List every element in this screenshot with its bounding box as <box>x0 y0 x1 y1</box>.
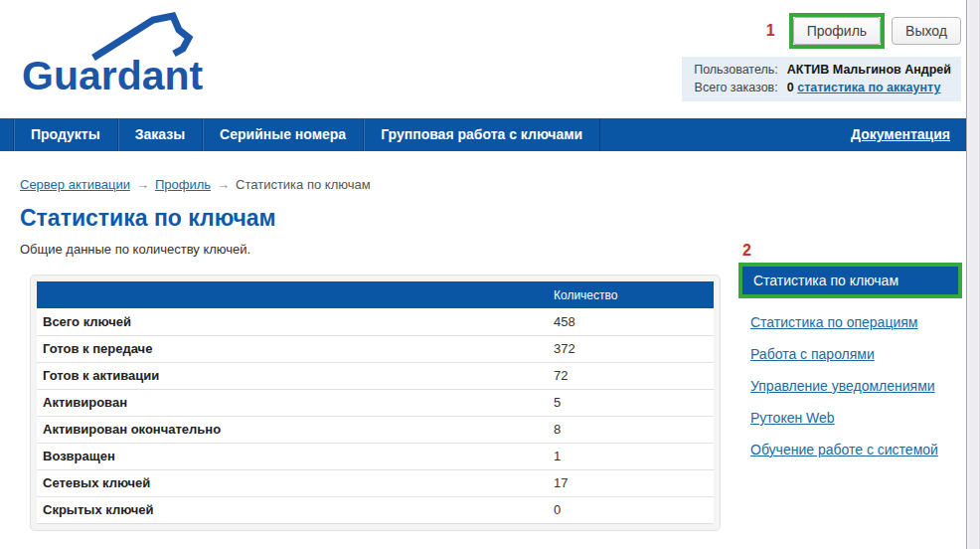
table-row: Возвращен 1 <box>37 443 714 469</box>
profile-button[interactable]: Профиль <box>793 17 881 45</box>
table-row: Готов к передаче 372 <box>37 335 714 362</box>
quantity-header-cell: Количество <box>547 281 714 308</box>
sidebar-item-training[interactable]: Обучение работе с системой <box>750 442 962 458</box>
table-row: Готов к активации 72 <box>37 362 714 389</box>
row-value: 1 <box>547 443 714 469</box>
guardant-logo: Guardant <box>14 4 238 101</box>
row-label: Сетевых ключей <box>37 469 547 496</box>
table-row: Активирован 5 <box>37 389 714 416</box>
row-label: Активирован окончательно <box>37 416 547 443</box>
breadcrumb-arrow-icon: → <box>136 177 149 192</box>
breadcrumb-activation-server[interactable]: Сервер активации <box>20 177 130 192</box>
row-label: Готов к передаче <box>37 335 547 362</box>
account-stats-link[interactable]: статистика по аккаунту <box>797 81 940 94</box>
logout-button[interactable]: Выход <box>892 17 961 45</box>
user-label: Пользователь: <box>694 63 778 77</box>
table-row: Сетевых ключей 17 <box>37 469 714 496</box>
nav-item-products[interactable]: Продукты <box>13 118 117 151</box>
content: Guardant 1 Профиль Выход Пользователь: А… <box>0 0 966 549</box>
table-row: Всего ключей 458 <box>37 308 714 335</box>
sidebar: 2 Статистика по ключам Статистика по опе… <box>738 242 962 458</box>
breadcrumb-arrow-icon: → <box>217 177 230 192</box>
sidebar-item-passwords[interactable]: Работа с паролями <box>750 346 962 362</box>
account-buttons: 1 Профиль Выход <box>766 13 961 49</box>
header: Guardant 1 Профиль Выход Пользователь: А… <box>0 0 966 118</box>
nav-item-orders[interactable]: Заказы <box>117 118 202 151</box>
row-label: Возвращен <box>37 443 547 469</box>
breadcrumb-current: Статистика по ключам <box>236 177 371 192</box>
row-label: Скрытых ключей <box>37 496 547 523</box>
user-info-box: Пользователь: АКТИВ Мальгинов Андрей Все… <box>682 57 961 101</box>
sidebar-item-operation-statistics[interactable]: Статистика по операциям <box>750 314 962 330</box>
user-value: АКТИВ Мальгинов Андрей <box>787 63 951 77</box>
scrollbar-thumb[interactable] <box>969 0 978 549</box>
annotation-step-2: 2 <box>742 242 962 260</box>
sidebar-item-notifications[interactable]: Управление уведомлениями <box>750 378 962 394</box>
row-value: 8 <box>547 416 714 443</box>
stats-table-panel: Количество Всего ключей 458 Готов к пере… <box>30 274 721 531</box>
page: Guardant 1 Профиль Выход Пользователь: А… <box>0 0 980 549</box>
highlight-box-profile: Профиль <box>789 13 885 49</box>
documentation-link[interactable]: Документация <box>851 118 950 151</box>
row-value: 372 <box>547 335 714 362</box>
svg-text:Guardant: Guardant <box>22 53 204 98</box>
table-header-row: Количество <box>37 281 714 308</box>
annotation-step-1: 1 <box>766 22 775 40</box>
breadcrumb: Сервер активации→Профиль→Статистика по к… <box>20 177 966 192</box>
nav-item-group-work[interactable]: Групповая работа с ключами <box>363 118 599 151</box>
sidebar-item-rutoken-web[interactable]: Рутокен Web <box>750 410 962 426</box>
row-value: 17 <box>547 469 714 496</box>
nav-separator <box>599 118 600 151</box>
row-label: Активирован <box>37 389 547 416</box>
logo-swoosh-icon <box>93 16 189 58</box>
row-label: Всего ключей <box>37 308 547 335</box>
orders-count: 0 <box>787 81 794 94</box>
vertical-scrollbar[interactable] <box>966 0 980 549</box>
main-nav: Продукты Заказы Серийные номера Группова… <box>0 118 966 151</box>
highlight-box-key-stats: Статистика по ключам <box>738 263 962 298</box>
row-value: 0 <box>547 496 714 523</box>
row-value: 5 <box>547 389 714 416</box>
row-value: 458 <box>547 308 714 335</box>
empty-header-cell <box>37 281 547 308</box>
breadcrumb-profile[interactable]: Профиль <box>155 177 211 192</box>
row-value: 72 <box>547 362 714 389</box>
sidebar-item-key-statistics[interactable]: Статистика по ключам <box>742 267 958 294</box>
orders-label: Всего заказов: <box>694 81 778 94</box>
table-row: Активирован окончательно 8 <box>37 416 714 443</box>
stats-table: Количество Всего ключей 458 Готов к пере… <box>37 281 714 524</box>
orders-value: 0 статистика по аккаунту <box>787 81 951 94</box>
table-row: Скрытых ключей 0 <box>37 496 714 523</box>
nav-item-serial-numbers[interactable]: Серийные номера <box>202 118 363 151</box>
page-title: Статистика по ключам <box>20 205 966 232</box>
row-label: Готов к активации <box>37 362 547 389</box>
